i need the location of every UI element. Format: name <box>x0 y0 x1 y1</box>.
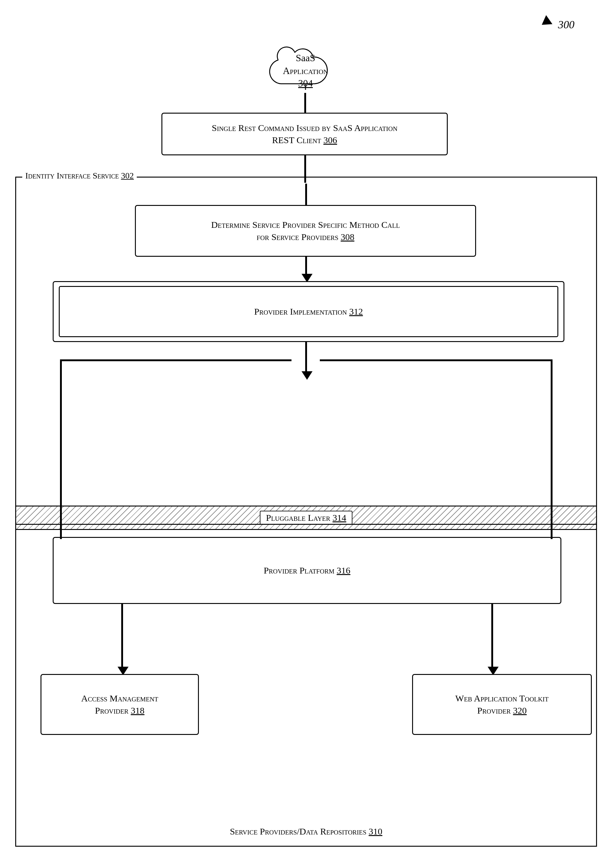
arrow-right-down-line <box>491 604 493 668</box>
right-vert-connector <box>551 360 552 539</box>
web-app-toolkit-box: Web Application ToolkitProvider 320 <box>412 674 592 735</box>
saas-app-label: SaaS Application 304 <box>263 52 348 90</box>
provider-impl-inner: Provider Implementation 312 <box>59 286 558 337</box>
arrow-impl-to-plug-line <box>305 342 307 372</box>
arrow-impl-to-plug-head <box>302 371 313 380</box>
identity-label: Identity Interface Service 302 <box>22 171 137 181</box>
access-mgmt-box: Access ManagementProvider 318 <box>40 674 199 735</box>
left-horiz-top-connector <box>60 360 292 361</box>
left-vert-connector <box>60 360 62 539</box>
right-horiz-top-connector <box>320 360 552 361</box>
ref-number: 300 <box>558 18 574 31</box>
ref-arrow <box>538 15 552 29</box>
arrow-into-identity-line <box>305 184 307 205</box>
service-providers-label: Service Providers/Data Repositories 310 <box>16 826 596 837</box>
determine-service-box: Determine Service Provider Specific Meth… <box>135 205 476 257</box>
identity-interface-service-box: Identity Interface Service 302 Determine… <box>15 177 597 515</box>
pluggable-layer-label: Pluggable Layer 314 <box>260 511 352 525</box>
rest-client-box: Single Rest Command Issued by SaaS Appli… <box>161 113 448 155</box>
provider-platform-box: Provider Platform 316 <box>53 537 561 604</box>
arrow-determine-to-impl-line <box>305 257 307 275</box>
service-providers-outer-box: Provider Platform 316 Access ManagementP… <box>15 524 597 847</box>
diagram: 300 SaaS Application 304 Single Rest Com… <box>0 0 611 868</box>
saas-application-cloud: SaaS Application 304 <box>263 37 348 99</box>
arrow-left-down-line <box>121 604 123 668</box>
